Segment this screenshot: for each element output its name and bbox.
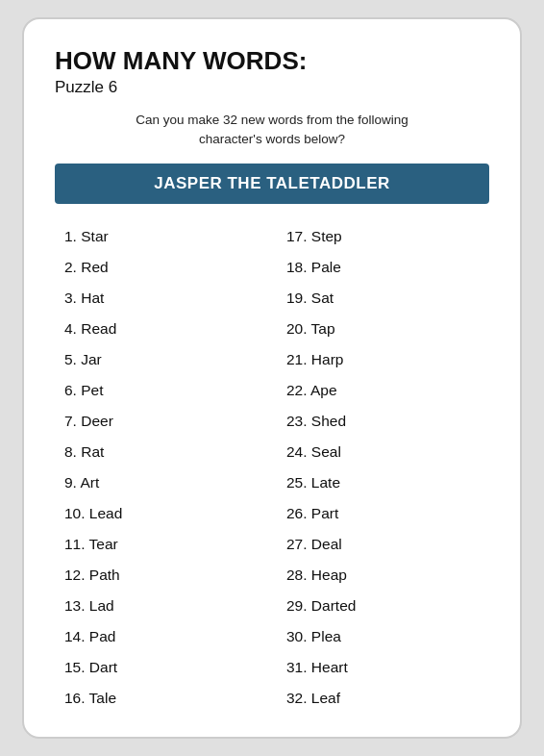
description-line2: character's words below? — [199, 132, 345, 146]
list-item: 13. Lad — [55, 591, 267, 621]
description-line1: Can you make 32 new words from the follo… — [136, 113, 408, 127]
list-item: 22. Ape — [277, 375, 489, 406]
list-item: 14. Pad — [55, 621, 267, 652]
words-grid: 1. Star2. Red3. Hat4. Read5. Jar6. Pet7.… — [55, 221, 489, 714]
list-item: 2. Red — [55, 252, 267, 283]
banner: JASPER THE TALETADDLER — [55, 164, 489, 204]
list-item: 25. Late — [277, 467, 489, 498]
words-right-column: 17. Step18. Pale19. Sat20. Tap21. Harp22… — [277, 221, 489, 714]
list-item: 30. Plea — [277, 621, 489, 652]
list-item: 24. Seal — [277, 437, 489, 467]
subtitle: Puzzle 6 — [55, 78, 489, 97]
list-item: 3. Hat — [55, 283, 267, 314]
list-item: 8. Rat — [55, 437, 267, 467]
list-item: 31. Heart — [277, 652, 489, 683]
list-item: 27. Deal — [277, 529, 489, 560]
description: Can you make 32 new words from the follo… — [55, 111, 489, 150]
list-item: 26. Part — [277, 498, 489, 529]
list-item: 7. Deer — [55, 406, 267, 437]
words-left-column: 1. Star2. Red3. Hat4. Read5. Jar6. Pet7.… — [55, 221, 267, 714]
puzzle-card: HOW MANY WORDS: Puzzle 6 Can you make 32… — [22, 17, 522, 739]
main-title: HOW MANY WORDS: — [55, 46, 489, 76]
list-item: 21. Harp — [277, 344, 489, 375]
list-item: 1. Star — [55, 221, 267, 252]
list-item: 5. Jar — [55, 344, 267, 375]
list-item: 10. Lead — [55, 498, 267, 529]
list-item: 6. Pet — [55, 375, 267, 406]
list-item: 9. Art — [55, 467, 267, 498]
list-item: 11. Tear — [55, 529, 267, 560]
list-item: 32. Leaf — [277, 683, 489, 714]
list-item: 23. Shed — [277, 406, 489, 437]
list-item: 17. Step — [277, 221, 489, 252]
list-item: 12. Path — [55, 560, 267, 591]
list-item: 29. Darted — [277, 591, 489, 621]
list-item: 16. Tale — [55, 683, 267, 714]
list-item: 18. Pale — [277, 252, 489, 283]
list-item: 4. Read — [55, 314, 267, 344]
list-item: 20. Tap — [277, 314, 489, 344]
list-item: 28. Heap — [277, 560, 489, 591]
list-item: 19. Sat — [277, 283, 489, 314]
list-item: 15. Dart — [55, 652, 267, 683]
